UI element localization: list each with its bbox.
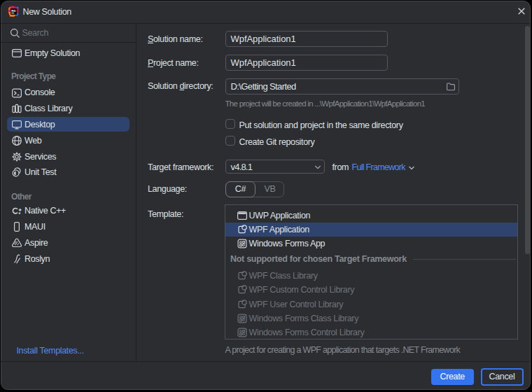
svg-text:RD: RD xyxy=(11,9,15,13)
